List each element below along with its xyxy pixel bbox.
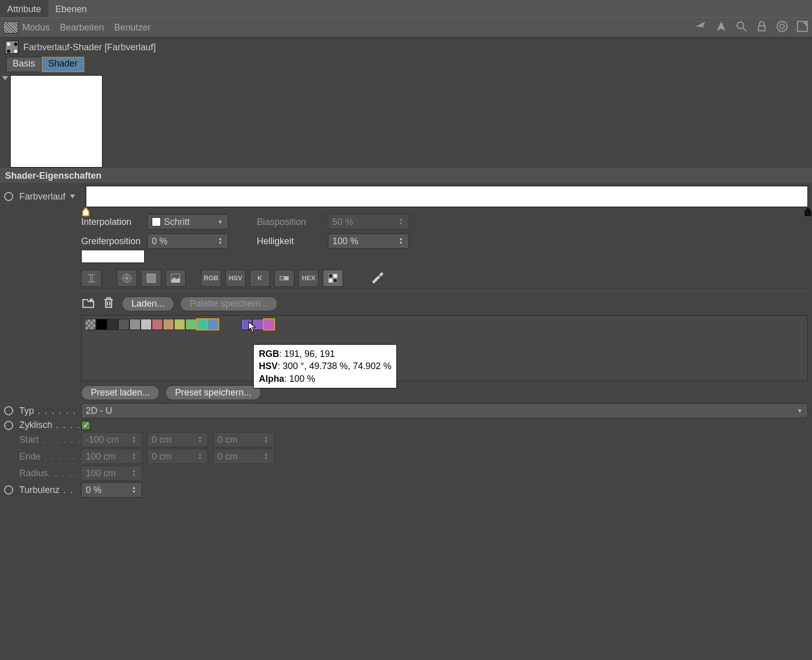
collapse-toggle-icon[interactable] [2, 75, 10, 82]
knotpos-field[interactable]: 0 % [147, 234, 228, 249]
cyclic-checkbox[interactable] [81, 421, 90, 430]
label-interpolation: Interpolation [81, 217, 142, 227]
label-knotpos: Greiferposition [81, 236, 142, 247]
swatch-0[interactable] [96, 319, 107, 330]
tool-swatches-icon[interactable] [323, 270, 343, 287]
swatch-4[interactable] [141, 319, 152, 330]
preview-row [0, 72, 812, 168]
swatch-7[interactable] [174, 319, 185, 330]
anim-dot-end[interactable] [4, 452, 13, 461]
tool-mixer-icon[interactable] [274, 270, 294, 287]
tab-attribute[interactable]: Attribute [0, 0, 48, 17]
label-end: Ende [19, 451, 41, 462]
color-mode-toolbar: RGB HSV K HEX [81, 269, 808, 287]
tool-rgb[interactable]: RGB [201, 270, 221, 287]
svg-rect-1 [759, 25, 765, 30]
gradient-knot-left[interactable] [82, 207, 89, 216]
divider [81, 291, 808, 291]
swatch-12 [230, 319, 241, 330]
anim-dot-type[interactable] [4, 406, 13, 415]
shader-preview[interactable] [10, 75, 103, 168]
swatch-6[interactable] [163, 319, 174, 330]
anim-dot-gradient[interactable] [4, 192, 13, 201]
cursor-pointer-icon [247, 321, 258, 337]
svg-rect-11 [333, 274, 337, 277]
label-type: Typ [19, 406, 34, 416]
tool-eyedropper-icon[interactable] [369, 269, 385, 287]
swatch-10[interactable] [208, 319, 219, 330]
tool-image-icon[interactable] [165, 270, 186, 287]
brightness-field[interactable]: 100 % [328, 234, 409, 249]
svg-rect-13 [333, 278, 337, 282]
preset-row: Preset laden... Preset speichern... [81, 385, 808, 400]
anim-dot-turbulence[interactable] [4, 485, 13, 494]
tool-sliders-icon[interactable] [81, 270, 101, 287]
end-x-field[interactable]: 100 cm [81, 449, 142, 464]
panel-tabs: Attribute Ebenen [0, 0, 812, 17]
end-z-field[interactable]: 0 cm [213, 449, 274, 464]
bias-field[interactable]: 50 % [328, 214, 409, 229]
radius-field[interactable]: 100 cm [81, 466, 142, 481]
swatch-2[interactable] [118, 319, 129, 330]
type-dropdown[interactable]: 2D - U [81, 403, 808, 418]
tab-shader[interactable]: Shader [42, 57, 84, 72]
swatch-1[interactable] [107, 319, 118, 330]
menu-mode[interactable]: Modus [22, 22, 50, 33]
gradient-knot-right[interactable] [804, 207, 811, 216]
tool-kelvin[interactable]: K [250, 270, 270, 287]
add-group-icon[interactable] [81, 295, 95, 312]
start-z-field[interactable]: 0 cm [213, 432, 274, 447]
gradient-menu-icon[interactable] [70, 191, 77, 202]
search-icon[interactable] [728, 20, 748, 36]
label-gradient: Farbverlauf [19, 191, 65, 202]
label-start: Start [19, 435, 39, 445]
interpolation-dropdown[interactable]: Schritt [147, 214, 228, 229]
svg-point-0 [737, 22, 743, 28]
tab-basis[interactable]: Basis [6, 57, 42, 72]
anim-dot-start[interactable] [4, 435, 13, 444]
swatch-15[interactable] [263, 319, 275, 330]
label-cyclic: Zyklisch [19, 420, 52, 431]
target-icon[interactable] [768, 20, 789, 36]
tool-hsv[interactable]: HSV [225, 270, 246, 287]
swatch-5[interactable] [152, 319, 163, 330]
end-y-field[interactable]: 0 cm [147, 449, 208, 464]
menu-bar: Modus Bearbeiten Benutzer [0, 17, 812, 38]
anim-dot-radius[interactable] [4, 469, 13, 478]
svg-point-2 [777, 21, 787, 31]
mode-icon[interactable] [3, 21, 18, 34]
nav-back-icon[interactable] [687, 20, 707, 36]
start-x-field[interactable]: -100 cm [81, 432, 142, 447]
lock-icon[interactable] [748, 20, 768, 36]
save-palette-button[interactable]: Palette speichern... [180, 296, 278, 311]
gradient-strip[interactable] [86, 186, 808, 207]
svg-rect-12 [329, 278, 332, 282]
tab-layers[interactable]: Ebenen [48, 0, 94, 17]
color-tooltip: RGB: 191, 96, 191 HSV: 300 °, 49.738 %, … [253, 344, 397, 388]
tool-colorwheel-icon[interactable] [117, 270, 137, 287]
tool-hex[interactable]: HEX [298, 270, 319, 287]
label-bias: Biasposition [257, 217, 323, 227]
turbulence-field[interactable]: 0 % [81, 482, 142, 498]
load-palette-button[interactable]: Laden... [122, 296, 174, 311]
current-color-swatch[interactable] [81, 250, 145, 263]
anim-dot-cyclic[interactable] [4, 421, 13, 430]
menu-user[interactable]: Benutzer [114, 22, 151, 33]
nav-up-icon[interactable] [707, 20, 728, 36]
swatch-9[interactable] [196, 319, 208, 330]
object-title: Farbverlauf-Shader [Farbverlauf] [23, 42, 156, 53]
svg-point-3 [780, 24, 785, 28]
tool-spectrum-icon[interactable] [141, 270, 161, 287]
swatch-3[interactable] [129, 319, 141, 330]
swatch-8[interactable] [185, 319, 196, 330]
interpolation-preview-icon [152, 217, 161, 226]
new-panel-icon[interactable] [789, 20, 809, 36]
gradient-editor[interactable] [86, 186, 808, 207]
menu-edit[interactable]: Bearbeiten [60, 22, 104, 33]
save-preset-button[interactable]: Preset speichern... [165, 385, 261, 400]
load-preset-button[interactable]: Preset laden... [81, 385, 159, 400]
swatch-checker[interactable] [85, 319, 96, 330]
label-brightness: Helligkeit [257, 236, 323, 247]
start-y-field[interactable]: 0 cm [147, 432, 208, 447]
trash-icon[interactable] [101, 295, 116, 312]
